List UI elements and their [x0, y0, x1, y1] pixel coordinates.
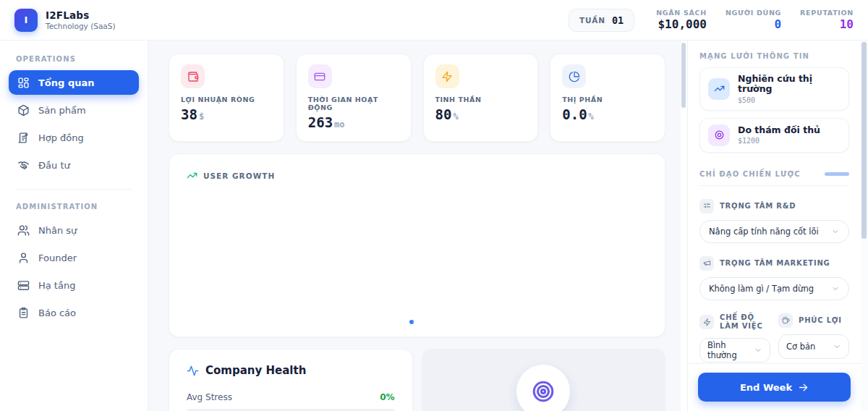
pie-chart-icon — [562, 64, 586, 88]
company-name: I2FLabs — [46, 9, 116, 21]
reputation-label: REPUTATION — [800, 9, 854, 17]
intel-panel-title: MẠNG LƯỚI THÔNG TIN — [699, 52, 849, 60]
intel-item-price: $500 — [738, 96, 841, 104]
sliders-icon — [699, 199, 714, 213]
marketing-focus-value: Không làm gì / Tạm dừng — [709, 284, 814, 294]
sidebar-divider — [16, 189, 132, 190]
work-mode-value: Bình thường — [707, 340, 754, 360]
marketing-focus-label: TRỌNG TÂM MARKETING — [720, 259, 830, 268]
users-stat: NGƯỜI DÙNG 0 — [726, 9, 781, 31]
intel-item-text: Do thám đối thủ $1200 — [738, 125, 820, 145]
kpi-card-net-profit: LỢI NHUẬN RÒNG 38$ — [169, 54, 284, 142]
kpi-card-morale: TINH THẦN 80% — [423, 54, 539, 142]
users-label: NGƯỜI DÙNG — [726, 9, 781, 17]
chevron-down-icon — [754, 346, 762, 355]
credit-card-icon — [308, 64, 332, 88]
sidebar-item-label: Hợp đồng — [38, 132, 84, 143]
server-icon — [17, 279, 30, 292]
sidebar: OPERATIONS Tổng quan Sản phẩm Hợp đồng Đ… — [0, 41, 148, 411]
avg-stress-row: Avg Stress 0% — [187, 392, 395, 402]
app-header: I I2FLabs Technology (SaaS) TUẦN 01 NGÂN… — [0, 0, 868, 41]
kpi-unit: $ — [199, 111, 204, 122]
sidebar-item-founder[interactable]: Founder — [9, 245, 139, 270]
team-icon — [17, 224, 30, 237]
main-scrollbar[interactable] — [681, 41, 687, 411]
header-stats: NGÂN SÁCH $10,000 NGƯỜI DÙNG 0 REPUTATIO… — [656, 9, 856, 31]
sidebar-section-administration: ADMINISTRATION — [16, 203, 139, 211]
company-health-header: Company Health — [187, 364, 395, 377]
users-value: 0 — [726, 17, 781, 31]
work-mode-group: CHẾ ĐỘ LÀM VIỆC Bình thường — [699, 303, 770, 363]
perks-select[interactable]: Cơ bản — [778, 334, 849, 359]
zap-icon — [435, 64, 459, 88]
sidebar-item-label: Nhân sự — [38, 225, 77, 236]
user-growth-chart: USER GROWTH — [169, 153, 665, 337]
chart-plot-area — [169, 154, 665, 336]
kpi-value: 263mo — [308, 114, 399, 130]
activity-icon — [187, 365, 199, 377]
kpi-label: LỢI NHUẬN RÒNG — [181, 96, 272, 103]
sidebar-item-bao-cao[interactable]: Báo cáo — [9, 300, 139, 325]
zap-icon — [699, 315, 714, 329]
company-logo: I — [14, 9, 38, 32]
sidebar-item-hop-dong[interactable]: Hợp đồng — [9, 125, 139, 150]
intel-item-spy-competitor[interactable]: Do thám đối thủ $1200 — [699, 118, 849, 153]
sidebar-item-tong-quan[interactable]: Tổng quan — [9, 70, 139, 95]
end-week-button[interactable]: End Week — [698, 373, 851, 402]
header-right: TUẦN 01 NGÂN SÁCH $10,000 NGƯỜI DÙNG 0 R… — [569, 9, 856, 32]
week-label: TUẦN — [579, 16, 605, 25]
kpi-unit: % — [453, 111, 458, 122]
sidebar-item-dau-tu[interactable]: Đầu tư — [9, 153, 139, 177]
company-identity: I2FLabs Technology (SaaS) — [46, 9, 116, 30]
sidebar-item-nhan-su[interactable]: Nhân sự — [9, 218, 139, 242]
status-card: PLAYING — [422, 349, 666, 411]
sidebar-item-label: Báo cáo — [38, 308, 76, 318]
kpi-number: 38 — [181, 106, 197, 122]
sidebar-item-san-pham[interactable]: Sản phẩm — [9, 98, 139, 122]
rnd-focus-select[interactable]: Nâng cấp tính năng cốt lõi — [699, 220, 849, 243]
kpi-unit: mo — [334, 119, 344, 130]
page-scrollbar[interactable] — [861, 41, 868, 411]
kpi-value: 38$ — [181, 106, 272, 122]
chevron-down-icon — [831, 284, 840, 293]
kpi-card-uptime: THỜI GIAN HOẠT ĐỘNG 263mo — [296, 54, 412, 142]
company-type: Technology (SaaS) — [46, 22, 116, 30]
kpi-number: 263 — [308, 114, 333, 130]
eye-icon — [708, 124, 730, 146]
budget-stat: NGÂN SÁCH $10,000 — [656, 9, 707, 31]
sidebar-item-label: Sản phẩm — [38, 105, 86, 116]
marketing-focus-select[interactable]: Không làm gì / Tạm dừng — [699, 277, 849, 300]
perks-group: PHÚC LỢI Cơ bản — [778, 303, 849, 363]
rnd-focus-value: Nâng cấp tính năng cốt lõi — [709, 226, 819, 237]
reputation-stat: REPUTATION 10 — [800, 9, 854, 31]
sidebar-item-ha-tang[interactable]: Hạ tầng — [9, 273, 139, 297]
perks-value: Cơ bản — [786, 342, 815, 352]
avg-stress-value: 0% — [380, 392, 394, 402]
main-content: LỢI NHUẬN RÒNG 38$ THỜI GIAN HOẠT ĐỘNG 2… — [148, 41, 687, 411]
chevron-down-icon — [833, 342, 841, 351]
app-window: I I2FLabs Technology (SaaS) TUẦN 01 NGÂN… — [0, 0, 868, 411]
budget-label: NGÂN SÁCH — [656, 9, 707, 17]
work-mode-label: CHẾ ĐỘ LÀM VIỆC — [720, 313, 770, 331]
work-mode-select[interactable]: Bình thường — [699, 338, 770, 363]
main-scrollbar-thumb[interactable] — [681, 43, 686, 108]
kpi-unit: % — [589, 111, 594, 122]
sidebar-item-label: Hạ tầng — [38, 280, 75, 291]
week-value: 01 — [612, 14, 624, 26]
perks-label-row: PHÚC LỢI — [778, 313, 849, 328]
end-week-label: End Week — [740, 382, 792, 393]
intel-item-label: Do thám đối thủ — [738, 125, 820, 135]
handshake-icon — [17, 159, 30, 171]
intel-item-market-research[interactable]: Nghiên cứu thị trường $500 — [699, 67, 849, 111]
marketing-focus-label-row: TRỌNG TÂM MARKETING — [699, 256, 849, 271]
right-panel-footer: End Week — [688, 363, 861, 411]
sidebar-item-label: Đầu tư — [38, 160, 70, 171]
package-icon — [17, 104, 30, 116]
page-scrollbar-thumb[interactable] — [861, 42, 867, 239]
kpi-number: 0.0 — [562, 106, 587, 122]
rnd-focus-label-row: TRỌNG TÂM R&D — [699, 199, 849, 213]
person-icon — [17, 252, 30, 264]
strategy-title: CHỈ ĐẠO CHIẾN LƯỢC — [699, 170, 801, 178]
kpi-label: THỜI GIAN HOẠT ĐỘNG — [308, 96, 399, 111]
intel-item-label: Nghiên cứu thị trường — [738, 74, 841, 95]
